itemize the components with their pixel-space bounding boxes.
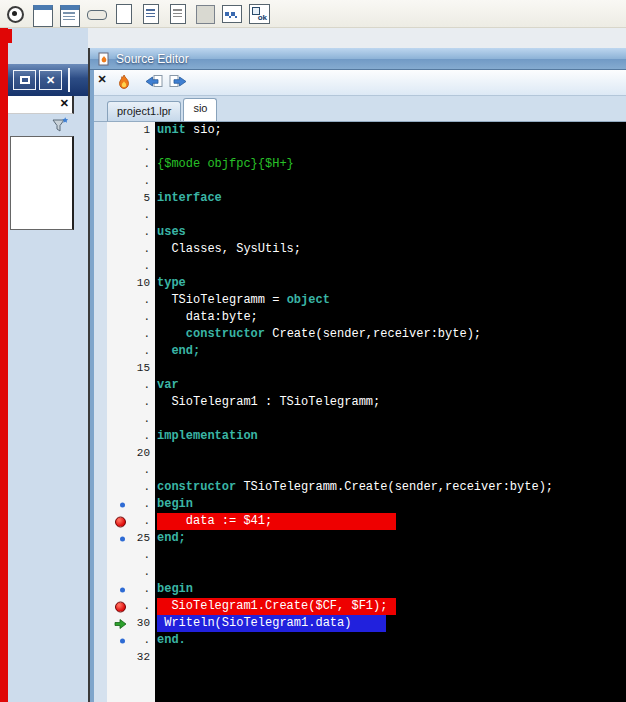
code-line[interactable]: end; (157, 530, 626, 547)
gutter-cell[interactable]: . (107, 173, 155, 190)
gutter-cell[interactable]: . (107, 462, 155, 479)
gutter-label: . (143, 547, 150, 564)
restore-button[interactable] (13, 70, 36, 90)
code-line[interactable]: Writeln(SioTelegram1.data) (157, 615, 626, 632)
gutter-cell[interactable]: . (107, 411, 155, 428)
code-line[interactable]: begin (157, 581, 626, 598)
code-line[interactable] (157, 411, 626, 428)
editor-close-button[interactable]: ✕ (95, 72, 109, 86)
code-line[interactable] (157, 173, 626, 190)
code-line[interactable]: constructor Create(sender,receiver:byte)… (157, 326, 626, 343)
gutter-cell[interactable]: . (107, 581, 155, 598)
code-line[interactable]: implementation (157, 428, 626, 445)
code-line[interactable] (157, 360, 626, 377)
code-line[interactable]: {$mode objfpc}{$H+} (157, 156, 626, 173)
gutter-cell[interactable]: . (107, 224, 155, 241)
list-page-icon[interactable] (138, 1, 163, 26)
code-line[interactable]: var (157, 377, 626, 394)
gutter-cell[interactable]: . (107, 394, 155, 411)
code-area[interactable]: unit sio;{$mode objfpc}{$H+}interfaceuse… (155, 122, 626, 702)
gutter-label: . (143, 632, 150, 649)
gutter[interactable]: 1...5....10....15....20....25....30.32 (107, 122, 155, 702)
gutter-cell[interactable]: . (107, 343, 155, 360)
form-report-icon[interactable] (57, 1, 82, 26)
background-window-titlebar[interactable]: ✕ (8, 64, 88, 96)
code-line[interactable]: data := $41; (157, 513, 626, 530)
code-line[interactable] (157, 258, 626, 275)
code-line[interactable]: end; (157, 343, 626, 360)
gutter-cell[interactable]: 30 (107, 615, 155, 632)
panel-close-icon[interactable]: ✕ (60, 97, 69, 110)
filter-icon[interactable] (50, 115, 70, 135)
gutter-cell[interactable]: . (107, 496, 155, 513)
form-window-icon[interactable] (30, 1, 55, 26)
gutter-cell[interactable]: . (107, 547, 155, 564)
code-line[interactable]: interface (157, 190, 626, 207)
code-token: Writeln(SioTelegram1.data) (157, 616, 351, 630)
gutter-cell[interactable]: 20 (107, 445, 155, 462)
memo-page-icon[interactable] (165, 1, 190, 26)
gutter-cell[interactable]: . (107, 139, 155, 156)
gutter-cell[interactable]: . (107, 598, 155, 615)
code-line[interactable]: SioTelegram1.Create($CF, $F1); (157, 598, 626, 615)
code-line[interactable]: Classes, SysUtils; (157, 241, 626, 258)
ok-button-icon[interactable]: ok (246, 1, 271, 26)
code-line[interactable] (157, 139, 626, 156)
gutter-cell[interactable]: . (107, 292, 155, 309)
gutter-cell[interactable]: . (107, 428, 155, 445)
code-line[interactable] (157, 649, 626, 666)
gutter-cell[interactable]: . (107, 564, 155, 581)
code-line[interactable]: SioTelegram1 : TSioTelegramm; (157, 394, 626, 411)
code-line[interactable]: begin (157, 496, 626, 513)
code-line[interactable]: type (157, 275, 626, 292)
gutter-cell[interactable]: 1 (107, 122, 155, 139)
editor[interactable]: 1...5....10....15....20....25....30.32 u… (94, 122, 626, 702)
gutter-cell[interactable]: 25 (107, 530, 155, 547)
gutter-cell[interactable]: . (107, 241, 155, 258)
tab-project1-lpr[interactable]: project1.lpr (107, 101, 181, 121)
breakpoint-icon[interactable] (115, 601, 126, 612)
code-line[interactable] (157, 207, 626, 224)
edit-box-icon[interactable] (84, 1, 109, 26)
editor-left-strip (94, 122, 107, 702)
gutter-cell[interactable]: . (107, 156, 155, 173)
code-line[interactable]: constructor TSioTelegramm.Create(sender,… (157, 479, 626, 496)
tab-sio[interactable]: sio (183, 98, 217, 121)
close-button[interactable]: ✕ (39, 70, 62, 90)
gutter-cell[interactable]: . (107, 326, 155, 343)
blank-page-icon[interactable] (111, 1, 136, 26)
breakpoint-icon[interactable] (115, 516, 126, 527)
gutter-cell[interactable]: . (107, 632, 155, 649)
gutter-cell[interactable]: . (107, 377, 155, 394)
code-line[interactable]: TSioTelegramm = object (157, 292, 626, 309)
panel-icon[interactable] (192, 1, 217, 26)
gutter-cell[interactable]: 15 (107, 360, 155, 377)
code-line[interactable] (157, 547, 626, 564)
jump-back-icon[interactable] (144, 74, 164, 92)
gutter-label: . (143, 479, 150, 496)
dialog-grid-icon[interactable] (219, 1, 244, 26)
gutter-cell[interactable]: . (107, 207, 155, 224)
gutter-cell[interactable]: 10 (107, 275, 155, 292)
code-line[interactable]: uses (157, 224, 626, 241)
gutter-label: . (143, 207, 150, 224)
jump-forward-icon[interactable] (168, 74, 188, 92)
radio-button-icon[interactable] (3, 1, 28, 26)
gutter-cell[interactable]: . (107, 479, 155, 496)
code-line[interactable] (157, 564, 626, 581)
code-line[interactable]: data:byte; (157, 309, 626, 326)
code-token (157, 344, 171, 358)
code-line[interactable]: end. (157, 632, 626, 649)
gutter-cell[interactable]: . (107, 309, 155, 326)
gutter-cell[interactable]: 5 (107, 190, 155, 207)
gutter-cell[interactable]: . (107, 258, 155, 275)
code-line[interactable] (157, 462, 626, 479)
flame-icon[interactable] (116, 74, 136, 92)
code-line[interactable]: unit sio; (157, 122, 626, 139)
gutter-cell[interactable]: 32 (107, 649, 155, 666)
gutter-label: . (143, 411, 150, 428)
gutter-label: . (143, 394, 150, 411)
code-line[interactable] (157, 445, 626, 462)
titlebar[interactable]: Source Editor (90, 48, 626, 70)
gutter-cell[interactable]: . (107, 513, 155, 530)
